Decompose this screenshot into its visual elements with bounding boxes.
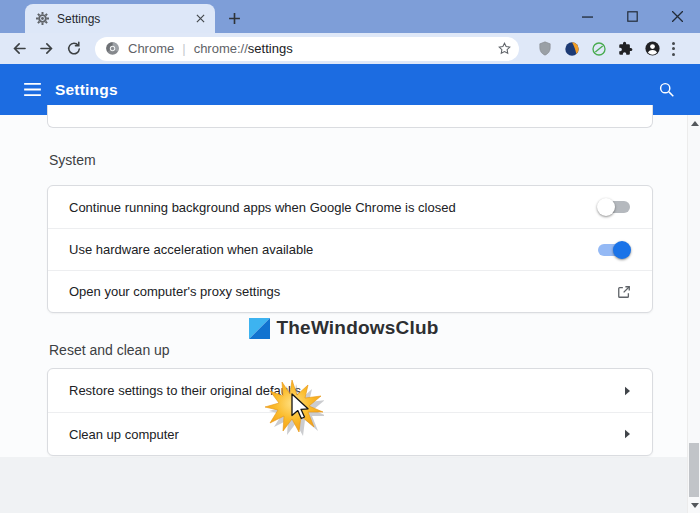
reset-card: Restore settings to their original defau…: [47, 368, 653, 456]
watermark-text: TheWindowsClub: [277, 317, 439, 339]
minimize-button[interactable]: [565, 0, 610, 33]
setting-row-hardware-acceleration[interactable]: Use hardware acceleration when available: [48, 228, 652, 270]
setting-label: Continue running background apps when Go…: [69, 200, 597, 215]
setting-label: Use hardware acceleration when available: [69, 242, 597, 257]
setting-row-background-apps[interactable]: Continue running background apps when Go…: [48, 186, 652, 228]
toggle-thumb: [597, 198, 615, 216]
hamburger-menu-icon[interactable]: [24, 83, 42, 96]
setting-label: Open your computer's proxy settings: [69, 284, 617, 299]
browser-tab-settings[interactable]: Settings: [25, 4, 215, 33]
chevron-right-icon: [624, 429, 631, 439]
previous-card-edge: [47, 105, 653, 128]
thewindowsclub-logo-icon: [249, 318, 270, 339]
section-title-reset: Reset and clean up: [49, 342, 170, 358]
url-host: settings: [248, 41, 293, 56]
setting-row-restore-defaults[interactable]: Restore settings to their original defau…: [48, 369, 652, 412]
watermark: TheWindowsClub: [0, 317, 687, 339]
browser-toolbar: Chrome | chrome://settings: [0, 33, 700, 64]
external-link-icon: [617, 285, 631, 299]
search-engine-label: Chrome: [128, 41, 174, 56]
gear-icon: [36, 12, 49, 25]
close-window-button[interactable]: [655, 0, 700, 33]
settings-content: System Continue running background apps …: [0, 115, 700, 513]
window-controls: [565, 0, 700, 33]
profile-icon[interactable]: [639, 36, 666, 62]
address-bar[interactable]: Chrome | chrome://settings: [95, 37, 519, 61]
browser-menu-icon[interactable]: [666, 38, 681, 60]
titlebar: Settings: [0, 0, 700, 33]
reload-button[interactable]: [60, 36, 87, 62]
section-title-system: System: [49, 152, 96, 168]
maximize-button[interactable]: [610, 0, 655, 33]
background-apps-toggle[interactable]: [597, 197, 631, 217]
setting-row-proxy-settings[interactable]: Open your computer's proxy settings: [48, 270, 652, 312]
forward-button[interactable]: [33, 36, 60, 62]
swirl-circle-icon[interactable]: [558, 36, 585, 62]
setting-label: Clean up computer: [69, 427, 624, 442]
tab-close-icon[interactable]: [192, 11, 208, 27]
scrollbar[interactable]: [687, 115, 700, 513]
chrome-icon: [105, 41, 120, 56]
search-icon[interactable]: [658, 81, 676, 98]
puzzle-icon[interactable]: [612, 36, 639, 62]
new-tab-button[interactable]: [222, 7, 246, 29]
setting-row-clean-up-computer[interactable]: Clean up computer: [48, 412, 652, 455]
shield-icon[interactable]: [531, 36, 558, 62]
setting-label: Restore settings to their original defau…: [69, 383, 624, 398]
blocker-icon[interactable]: [585, 36, 612, 62]
tab-title: Settings: [57, 12, 192, 26]
scroll-up-arrow-icon[interactable]: [691, 121, 699, 126]
back-button[interactable]: [6, 36, 33, 62]
page-title: Settings: [55, 81, 658, 99]
chevron-right-icon: [624, 386, 631, 396]
url-scheme: chrome://: [194, 41, 248, 56]
toggle-thumb: [613, 241, 631, 259]
extensions-area: [531, 36, 681, 62]
bookmark-star-icon[interactable]: [497, 41, 512, 56]
address-separator: |: [182, 41, 185, 56]
hardware-acceleration-toggle[interactable]: [597, 240, 631, 260]
scroll-down-arrow-icon[interactable]: [691, 503, 699, 508]
system-card: Continue running background apps when Go…: [47, 185, 653, 313]
scrollbar-thumb[interactable]: [689, 443, 699, 497]
page-bottom-area: [0, 457, 687, 513]
